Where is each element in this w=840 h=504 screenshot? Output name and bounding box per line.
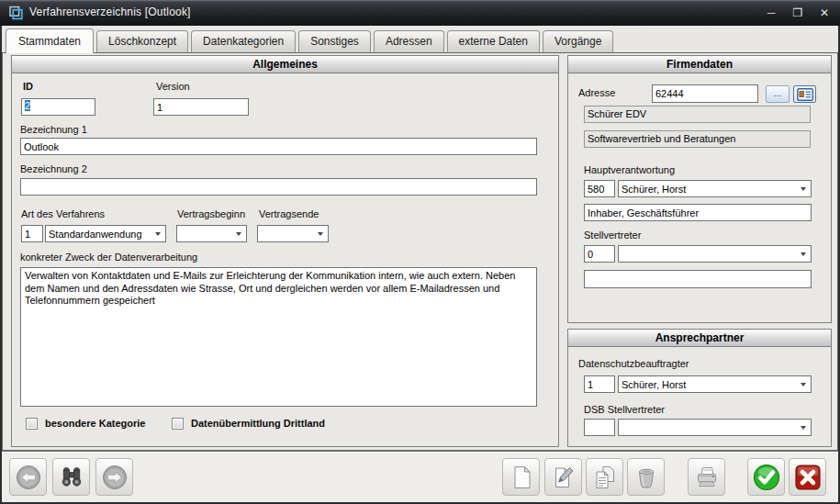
chevron-down-icon bbox=[801, 426, 806, 430]
forward-button[interactable] bbox=[95, 458, 133, 496]
search-button[interactable] bbox=[52, 458, 90, 496]
stellvertreter-code-field[interactable] bbox=[584, 245, 615, 263]
close-button[interactable]: ✕ bbox=[818, 6, 831, 19]
datenschutzbeauftragter-name: Schürer, Horst bbox=[619, 379, 801, 390]
version-label: Version bbox=[156, 81, 190, 92]
maximize-button[interactable]: ❐ bbox=[791, 6, 804, 19]
bezeichnung2-field[interactable] bbox=[20, 178, 537, 196]
art-combo[interactable]: Standardanwendung bbox=[45, 225, 166, 242]
chevron-down-icon bbox=[801, 252, 806, 256]
dsb-stellvertreter-combo[interactable] bbox=[618, 419, 812, 436]
besondere-kategorie-checkbox[interactable] bbox=[26, 418, 38, 430]
minimize-button[interactable]: ─ bbox=[765, 6, 778, 19]
allgemeines-header: Allgemeines bbox=[12, 56, 558, 73]
zweck-textarea[interactable]: Verwalten von Kontaktdaten und E-Mails z… bbox=[20, 267, 537, 407]
art-code-field[interactable] bbox=[21, 225, 43, 242]
datenschutzbeauftragter-combo[interactable]: Schürer, Horst bbox=[618, 375, 812, 393]
id-field[interactable]: 2 bbox=[21, 98, 95, 116]
chevron-down-icon bbox=[801, 187, 806, 191]
copy-button[interactable] bbox=[586, 458, 623, 496]
new-button[interactable] bbox=[502, 458, 540, 496]
address-card-icon bbox=[797, 88, 813, 101]
hauptverantwortung-code-field[interactable] bbox=[584, 180, 615, 197]
chevron-down-icon bbox=[155, 232, 161, 236]
window-title: Verfahrensverzeichnis [Outlook] bbox=[29, 6, 191, 18]
ansprechpartner-header: Ansprechpartner bbox=[568, 330, 831, 347]
hauptverantwortung-combo[interactable]: Schürer, Horst bbox=[618, 180, 812, 197]
bezeichnung2-label: Bezeichnung 2 bbox=[20, 163, 87, 174]
window-controls: ─ ❐ ✕ bbox=[765, 0, 831, 26]
printer-icon bbox=[693, 464, 721, 491]
print-button[interactable] bbox=[688, 458, 725, 496]
edit-button[interactable] bbox=[544, 458, 582, 496]
delete-button[interactable] bbox=[627, 458, 665, 496]
adresse-card-button[interactable] bbox=[793, 85, 816, 103]
datenschutzbeauftragter-code-field[interactable] bbox=[584, 375, 615, 393]
copy-documents-icon bbox=[591, 464, 619, 491]
art-des-verfahrens-label: Art des Verfahrens bbox=[21, 208, 105, 219]
cancel-button[interactable] bbox=[789, 458, 826, 496]
red-x-icon bbox=[793, 463, 823, 492]
tab-sonstiges[interactable]: Sonstiges bbox=[298, 30, 371, 52]
bezeichnung1-field[interactable] bbox=[20, 138, 537, 155]
adresse-browse-button[interactable]: ... bbox=[766, 85, 790, 103]
bezeichnung1-label: Bezeichnung 1 bbox=[20, 124, 87, 135]
adresse-field[interactable] bbox=[652, 84, 758, 103]
stellvertreter-combo[interactable] bbox=[618, 245, 812, 263]
zweck-label: konkreter Zweck der Datenverarbeitung bbox=[20, 252, 197, 263]
vertragsbeginn-combo[interactable] bbox=[176, 225, 247, 242]
tab-externe-daten[interactable]: externe Daten bbox=[447, 30, 540, 52]
ok-button[interactable] bbox=[747, 458, 785, 496]
titlebar: Verfahrensverzeichnis [Outlook] ─ ❐ ✕ bbox=[0, 0, 840, 26]
back-button[interactable] bbox=[9, 458, 47, 496]
new-document-icon bbox=[508, 464, 535, 491]
dsb-stellvertreter-code-field[interactable] bbox=[584, 419, 615, 436]
tab-stammdaten[interactable]: Stammdaten bbox=[6, 28, 94, 53]
company-line2-display: Softwarevertrieb und Beratungen bbox=[584, 130, 811, 148]
datenschutzbeauftragter-label: Datenschutzbeauftragter bbox=[578, 358, 689, 369]
vertragsende-combo[interactable] bbox=[257, 225, 329, 242]
hauptverantwortung-funktion-field[interactable] bbox=[584, 204, 812, 221]
green-check-icon bbox=[752, 463, 781, 492]
art-combo-value: Standardanwendung bbox=[46, 229, 155, 240]
tab-vorgaenge[interactable]: Vorgänge bbox=[543, 30, 613, 52]
dsb-stellvertreter-label: DSB Stellvertreter bbox=[584, 404, 665, 415]
tab-datenkategorien[interactable]: Datenkategorien bbox=[191, 30, 296, 52]
chevron-down-icon bbox=[236, 232, 241, 236]
trash-icon bbox=[633, 464, 660, 491]
app-window: Verfahrensverzeichnis [Outlook] ─ ❐ ✕ St… bbox=[0, 0, 840, 504]
datenuebermittlung-drittland-label: Datenübermittlung Drittland bbox=[191, 418, 325, 429]
version-field[interactable] bbox=[153, 98, 249, 116]
tab-adressen[interactable]: Adressen bbox=[374, 30, 444, 52]
stellvertreter-label: Stellvertreter bbox=[584, 230, 641, 241]
id-label: ID bbox=[23, 81, 33, 92]
besondere-kategorie-label: besondere Kategorie bbox=[45, 418, 145, 429]
arrow-left-circle-icon bbox=[15, 464, 42, 491]
tab-bar: Stammdaten Löschkonzept Datenkategorien … bbox=[2, 26, 838, 52]
tab-loeschkonzept[interactable]: Löschkonzept bbox=[96, 30, 188, 52]
edit-pencil-icon bbox=[550, 464, 577, 491]
firmendaten-header: Firmendaten bbox=[568, 56, 831, 73]
app-icon bbox=[7, 5, 24, 21]
hauptverantwortung-name: Schürer, Horst bbox=[619, 184, 801, 195]
company-name-display: Schürer EDV bbox=[584, 106, 811, 123]
vertragsende-label: Vertragsende bbox=[259, 208, 319, 219]
binoculars-icon bbox=[58, 464, 85, 491]
datenuebermittlung-drittland-checkbox[interactable] bbox=[172, 418, 184, 430]
hauptverantwortung-label: Hauptverantwortung bbox=[584, 164, 675, 175]
chevron-down-icon bbox=[318, 232, 323, 236]
bottom-toolbar bbox=[2, 451, 838, 502]
adresse-label: Adresse bbox=[578, 87, 615, 98]
stellvertreter-funktion-field[interactable] bbox=[584, 270, 812, 288]
chevron-down-icon bbox=[801, 383, 806, 386]
arrow-right-circle-icon bbox=[101, 464, 129, 491]
id-value: 2 bbox=[25, 100, 30, 111]
vertragsbeginn-label: Vertragsbeginn bbox=[177, 208, 245, 219]
